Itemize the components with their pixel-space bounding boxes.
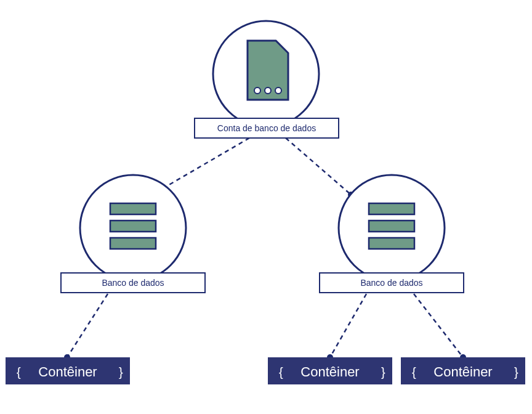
svg-line-6: [330, 294, 366, 357]
database-bars-icon: [110, 203, 156, 249]
container3-node: { Contêiner }: [401, 357, 525, 384]
container1-node: { Contêiner }: [6, 357, 130, 384]
brace-right-icon: }: [119, 365, 123, 379]
database1-label: Banco de dados: [102, 278, 164, 288]
svg-rect-16: [110, 221, 156, 232]
hierarchy-diagram: Conta de banco de dados Banco de dados B…: [0, 0, 532, 414]
brace-left-icon: {: [412, 365, 416, 379]
brace-right-icon: }: [514, 365, 518, 379]
svg-line-4: [67, 294, 108, 357]
edge-database2-to-container2: [327, 294, 366, 360]
svg-rect-17: [110, 238, 156, 249]
svg-point-12: [265, 87, 271, 94]
svg-point-11: [254, 87, 260, 94]
svg-rect-20: [369, 221, 414, 232]
svg-line-2: [286, 138, 351, 195]
svg-line-8: [414, 294, 463, 357]
svg-rect-15: [110, 203, 156, 214]
database1-node: Banco de dados: [61, 175, 205, 293]
svg-rect-21: [369, 238, 414, 249]
database2-node: Banco de dados: [320, 175, 464, 293]
container1-label: Contêiner: [38, 364, 97, 380]
brace-left-icon: {: [17, 365, 21, 379]
account-node: Conta de banco de dados: [195, 21, 339, 138]
account-label: Conta de banco de dados: [217, 123, 316, 133]
edge-database1-to-container1: [64, 294, 108, 360]
database-bars-icon: [369, 203, 414, 249]
edge-database2-to-container3: [414, 294, 466, 360]
brace-right-icon: }: [381, 365, 385, 379]
edge-account-to-database2: [286, 138, 354, 198]
container2-label: Contêiner: [300, 364, 359, 380]
container3-label: Contêiner: [433, 364, 492, 380]
document-icon: [248, 41, 288, 100]
svg-point-13: [275, 87, 281, 94]
brace-left-icon: {: [279, 365, 283, 379]
svg-rect-19: [369, 203, 414, 214]
container2-node: { Contêiner }: [268, 357, 392, 384]
database2-label: Banco de dados: [360, 278, 422, 288]
